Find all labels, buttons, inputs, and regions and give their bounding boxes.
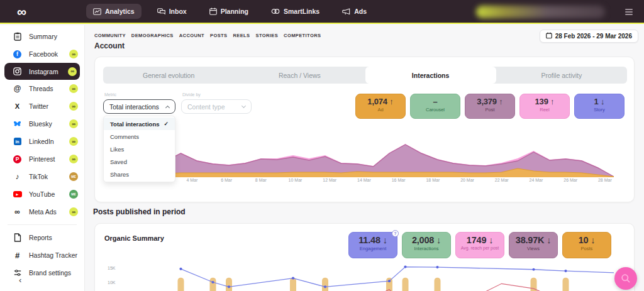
option-shares[interactable]: Shares — [104, 168, 175, 180]
magnifier-icon — [621, 273, 631, 283]
stat-views[interactable]: 38.97K ↓ Views — [509, 232, 558, 258]
sidebar-item-facebook[interactable]: f Facebook ∞ — [0, 45, 84, 63]
account-initials-badge: ME — [69, 172, 78, 181]
sidebar-divider — [8, 224, 77, 225]
sidebar-label: Threads — [29, 85, 53, 92]
sidebar-label: Hashtag Tracker — [29, 251, 77, 259]
tab-interactions[interactable]: Interactions — [365, 67, 496, 84]
tab-general-evolution[interactable]: General evolution — [103, 67, 234, 84]
tab-account[interactable]: ACCOUNT — [179, 33, 204, 38]
stat-carousel[interactable]: – Carousel — [410, 94, 460, 119]
metricool-badge-icon: ∞ — [69, 137, 78, 146]
user-account-pill[interactable] — [476, 6, 605, 18]
nav-label: Ads — [354, 8, 367, 15]
sidebar-item-reports[interactable]: Reports — [0, 229, 84, 246]
sidebar-item-bluesky[interactable]: Bluesky ∞ — [0, 115, 84, 133]
bar[interactable] — [210, 278, 216, 291]
tab-stories[interactable]: STORIES — [256, 33, 279, 38]
sidebar-item-pinterest[interactable]: P Pinterest ∞ — [0, 150, 84, 168]
tab-competitors[interactable]: COMPETITORS — [284, 33, 321, 38]
nav-label: Inbox — [169, 8, 187, 15]
sidebar-item-youtube[interactable]: ▶ YouTube ME — [0, 185, 84, 203]
sidebar-item-hashtag-tracker[interactable]: # Hashtag Tracker — [0, 246, 84, 264]
tab-demographics[interactable]: DEMOGRAPHICS — [131, 33, 174, 38]
option-likes[interactable]: Likes — [104, 143, 175, 155]
bar[interactable] — [531, 278, 537, 291]
nav-planning[interactable]: Planning — [203, 4, 255, 19]
data-point[interactable] — [532, 268, 535, 271]
tab-reels[interactable]: REELS — [233, 33, 250, 38]
x-tick-label: 4 Mar — [181, 178, 203, 182]
option-comments[interactable]: Comments — [104, 130, 175, 143]
stat-interactions[interactable]: 2,008 ↓ Interactions — [402, 232, 451, 258]
bar[interactable] — [435, 278, 441, 291]
metricool-logo[interactable]: ∞ — [17, 5, 26, 18]
nav-analytics[interactable]: Analytics — [86, 4, 142, 19]
primary-nav: Analytics Inbox Planning SmartLinks Ads — [86, 4, 374, 19]
x-axis-labels: 28 Feb2 Mar4 Mar6 Mar8 Mar10 Mar12 Mar14… — [113, 178, 616, 182]
metric-select[interactable]: Total interactions — [103, 99, 175, 114]
data-point[interactable] — [404, 266, 406, 268]
data-point[interactable] — [292, 277, 294, 279]
option-saved[interactable]: Saved — [104, 155, 175, 168]
bar[interactable] — [178, 278, 184, 291]
data-point[interactable] — [388, 280, 391, 282]
bar[interactable] — [322, 278, 328, 291]
stat-engagement[interactable]: ? 11.48 ↓ Engagement — [348, 232, 397, 258]
tab-posts[interactable]: POSTS — [210, 33, 227, 38]
sidebar-item-tiktok[interactable]: ♪ TikTok ME — [0, 168, 84, 185]
x-tick-label: 24 Mar — [525, 178, 547, 182]
sidebar-item-twitter[interactable]: X Twitter ∞ — [0, 97, 84, 115]
nav-ads[interactable]: Ads — [335, 4, 374, 19]
help-icon[interactable]: ? — [392, 230, 399, 237]
calendar-icon — [546, 32, 552, 40]
data-point[interactable] — [211, 281, 214, 283]
y-axis-label-left: 10K — [108, 280, 116, 285]
tab-community[interactable]: COMMUNITY — [94, 33, 126, 38]
bar[interactable] — [402, 278, 409, 291]
tab-profile-activity[interactable]: Profile activity — [496, 67, 627, 84]
sidebar-item-meta-ads[interactable]: ∞ Meta Ads ∞ — [0, 203, 84, 221]
option-total-interactions[interactable]: Total interactions ✓ — [104, 118, 175, 130]
stat-reel[interactable]: 139 ↑ Reel — [519, 94, 570, 119]
nav-inbox[interactable]: Inbox — [150, 4, 194, 19]
data-point[interactable] — [324, 285, 326, 288]
divide-by-select[interactable]: Content type — [181, 99, 252, 114]
data-point[interactable] — [436, 266, 438, 268]
stat-ad[interactable]: 1,074 ↑ Ad — [355, 94, 406, 119]
check-icon: ✓ — [164, 121, 169, 127]
account-card: General evolution Reach / Views Interact… — [94, 57, 635, 202]
nav-smartlinks[interactable]: SmartLinks — [264, 4, 326, 19]
clipboard-icon — [13, 32, 22, 41]
menu-icon[interactable] — [625, 9, 633, 16]
planning-icon — [209, 8, 217, 15]
date-range-picker[interactable]: 28 Feb 2026 - 29 Mar 2026 — [540, 30, 638, 43]
view-tabs: General evolution Reach / Views Interact… — [103, 67, 627, 84]
sidebar-item-summary[interactable]: Summary — [0, 28, 84, 45]
data-point[interactable] — [179, 268, 182, 270]
bar[interactable] — [290, 278, 296, 291]
x-tick-label: 22 Mar — [491, 178, 513, 182]
sidebar-label: Pinterest — [29, 155, 55, 163]
bar[interactable] — [226, 278, 232, 291]
x-tick-label: 8 Mar — [250, 178, 272, 182]
sidebar-label: LinkedIn — [29, 138, 54, 145]
bar[interactable] — [563, 278, 569, 291]
data-point[interactable] — [564, 270, 567, 272]
tab-reach-views[interactable]: Reach / Views — [234, 67, 365, 84]
sidebar-item-instagram[interactable]: Instagram ∞ — [4, 63, 80, 80]
data-point[interactable] — [228, 285, 230, 288]
sidebar-item-linkedin[interactable]: in LinkedIn ∞ — [0, 133, 84, 150]
x-tick-label: 20 Mar — [457, 178, 478, 182]
stat-story[interactable]: 1 ↓ Story — [574, 94, 625, 119]
sidebar-item-threads[interactable]: @ Threads ∞ — [0, 80, 84, 97]
sidebar-label: Summary — [29, 33, 57, 40]
organic-summary-chart: 15K10K1510 — [95, 258, 635, 291]
sidebar-collapse-chevron[interactable]: ‹ — [19, 275, 21, 285]
stat-avg-reach[interactable]: 1749 ↓ Avg. reach per post — [455, 232, 504, 258]
stat-post[interactable]: 3,379 ↑ Post — [465, 94, 515, 119]
zoom-fab-button[interactable] — [614, 267, 637, 290]
chevron-up-icon — [165, 105, 170, 109]
stat-posts[interactable]: 10 ↓ Posts — [562, 232, 611, 258]
sidebar-item-brand-settings[interactable]: Brand settings — [0, 264, 84, 282]
